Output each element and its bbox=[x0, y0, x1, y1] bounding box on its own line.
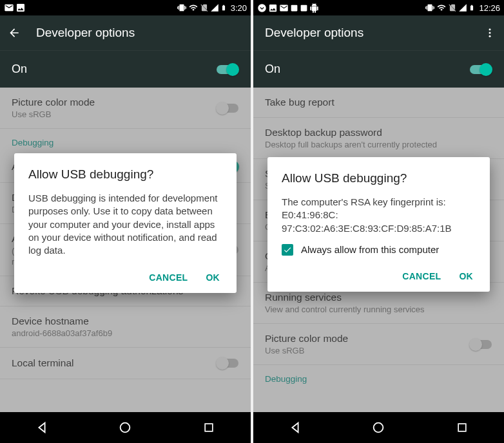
cell-signal-icon bbox=[458, 3, 467, 12]
android-navbar bbox=[0, 412, 251, 443]
mail-icon bbox=[279, 3, 289, 13]
settings-content: Picture color mode Use sRGB Debugging A … bbox=[0, 88, 251, 412]
always-allow-checkbox[interactable] bbox=[282, 244, 293, 256]
statusbar: 3:20 bbox=[0, 0, 251, 15]
pocket-icon bbox=[257, 3, 267, 13]
square-icon bbox=[290, 4, 298, 12]
svg-rect-1 bbox=[205, 424, 213, 431]
cell-signal-icon bbox=[210, 3, 219, 12]
battery-icon bbox=[220, 3, 227, 12]
status-clock: 3:20 bbox=[231, 3, 247, 13]
appbar: Developer options bbox=[253, 15, 504, 50]
mail-icon bbox=[4, 3, 14, 13]
nav-home-button[interactable] bbox=[116, 419, 134, 437]
android-navbar bbox=[253, 412, 504, 443]
page-title: Developer options bbox=[36, 26, 243, 40]
phone-left: 3:20 Developer options On Picture color … bbox=[0, 0, 251, 443]
master-toggle-switch[interactable] bbox=[469, 63, 492, 76]
status-clock: 12:26 bbox=[479, 3, 500, 13]
square-recent-icon bbox=[456, 421, 469, 434]
status-system-icons: 12:26 bbox=[425, 3, 500, 13]
triangle-back-icon bbox=[35, 420, 49, 435]
dialog-title: Allow USB debugging? bbox=[282, 171, 476, 185]
dialog-body: The computer's RSA key fingerprint is: E… bbox=[282, 196, 476, 235]
status-system-icons: 3:20 bbox=[177, 3, 247, 13]
master-toggle-row[interactable]: On bbox=[253, 50, 504, 88]
usb-debug-dialog: Allow USB debugging? USB debugging is in… bbox=[14, 153, 237, 293]
circle-home-icon bbox=[118, 420, 132, 435]
rsa-line: The computer's RSA key fingerprint is: bbox=[282, 196, 476, 209]
circle-home-icon bbox=[371, 420, 385, 435]
image-icon bbox=[15, 3, 26, 13]
svg-rect-8 bbox=[458, 424, 466, 431]
cancel-button[interactable]: CANCEL bbox=[402, 271, 441, 281]
checkbox-label: Always allow from this computer bbox=[301, 244, 439, 255]
svg-point-0 bbox=[121, 423, 130, 433]
appbar: Developer options bbox=[0, 15, 251, 50]
svg-point-4 bbox=[489, 28, 491, 30]
more-vert-icon bbox=[484, 27, 496, 39]
nav-back-button[interactable] bbox=[286, 419, 304, 437]
dialog-title: Allow USB debugging? bbox=[28, 167, 222, 182]
always-allow-row[interactable]: Always allow from this computer bbox=[282, 244, 476, 256]
ok-button[interactable]: OK bbox=[206, 272, 220, 283]
battery-icon bbox=[469, 3, 475, 12]
master-toggle-label: On bbox=[265, 62, 280, 76]
wifi-icon bbox=[436, 3, 447, 12]
ok-button[interactable]: OK bbox=[459, 271, 473, 281]
svg-rect-3 bbox=[301, 5, 307, 11]
svg-point-6 bbox=[489, 35, 491, 37]
square-recent-icon bbox=[202, 421, 215, 434]
statusbar: 12:26 bbox=[253, 0, 504, 15]
square-icon bbox=[300, 4, 308, 12]
master-toggle-label: On bbox=[12, 62, 27, 76]
dialog-body: USB debugging is intended for developmen… bbox=[28, 192, 222, 257]
nav-back-button[interactable] bbox=[33, 419, 51, 437]
wifi-icon bbox=[188, 3, 199, 12]
svg-point-7 bbox=[374, 423, 383, 433]
dialog-actions: CANCEL OK bbox=[282, 267, 476, 285]
settings-content: Take bug report Desktop backup password … bbox=[253, 88, 504, 412]
back-button[interactable] bbox=[8, 26, 21, 39]
page-title: Developer options bbox=[265, 26, 468, 40]
no-sim-icon bbox=[200, 3, 209, 12]
master-toggle-switch[interactable] bbox=[216, 63, 239, 76]
no-sim-icon bbox=[448, 3, 457, 12]
nav-recent-button[interactable] bbox=[200, 419, 218, 437]
vibrate-icon bbox=[425, 3, 435, 12]
status-notif-icons bbox=[4, 3, 26, 13]
nav-recent-button[interactable] bbox=[453, 419, 471, 437]
vibrate-icon bbox=[177, 3, 187, 12]
image-icon bbox=[268, 3, 278, 13]
svg-rect-2 bbox=[291, 5, 298, 11]
usb-debug-dialog: Allow USB debugging? The computer's RSA … bbox=[267, 157, 490, 292]
overflow-menu-button[interactable] bbox=[483, 26, 496, 39]
android-icon bbox=[309, 3, 319, 13]
cancel-button[interactable]: CANCEL bbox=[149, 272, 188, 283]
rsa-fingerprint: 97:C3:02:A6:3E:C8:93:CF:D9:85:A7:1B bbox=[282, 222, 476, 235]
status-notif-icons bbox=[257, 3, 319, 13]
master-toggle-row[interactable]: On bbox=[0, 50, 251, 88]
rsa-fingerprint: E0:41:96:8C: bbox=[282, 209, 476, 222]
svg-point-5 bbox=[489, 32, 491, 34]
dialog-actions: CANCEL OK bbox=[28, 269, 222, 287]
check-icon bbox=[283, 245, 292, 254]
arrow-back-icon bbox=[8, 26, 21, 40]
nav-home-button[interactable] bbox=[369, 419, 387, 437]
triangle-back-icon bbox=[288, 420, 302, 435]
phone-right: 12:26 Developer options On Take bug repo… bbox=[253, 0, 504, 443]
